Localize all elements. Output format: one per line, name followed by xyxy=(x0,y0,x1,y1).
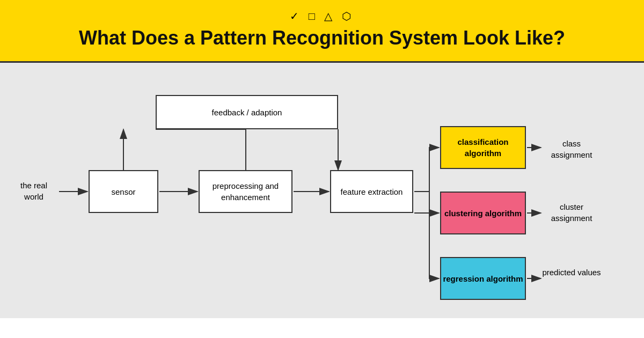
triangle-icon: △ xyxy=(324,10,335,22)
clustering-algorithm-box: clustering algorithm xyxy=(440,192,526,234)
real-world-label: the real world xyxy=(10,180,58,202)
cluster-assignment-label: cluster assignment xyxy=(542,201,601,224)
header-icons: ✓ □ △ ⬡ xyxy=(11,10,633,23)
square-icon: □ xyxy=(309,10,318,22)
hexagon-icon: ⬡ xyxy=(342,10,354,22)
class-assignment-label: class assignment xyxy=(542,138,601,160)
preprocessing-box: preprocessing and enhancement xyxy=(199,170,292,213)
sensor-box: sensor xyxy=(89,170,158,213)
feedback-box: feedback / adaption xyxy=(156,95,338,129)
regression-algorithm-box: regression algorithm xyxy=(440,257,526,300)
diagram: feedback / adaption sensor preprocessing… xyxy=(0,63,644,318)
classification-algorithm-box: classification algorithm xyxy=(440,126,526,169)
check-icon: ✓ xyxy=(290,10,302,22)
predicted-values-label: predicted values xyxy=(542,267,601,278)
header: ✓ □ △ ⬡ What Does a Pattern Recognition … xyxy=(0,0,644,63)
feature-extraction-box: feature extraction xyxy=(330,170,413,213)
page-title: What Does a Pattern Recognition System L… xyxy=(11,27,633,49)
